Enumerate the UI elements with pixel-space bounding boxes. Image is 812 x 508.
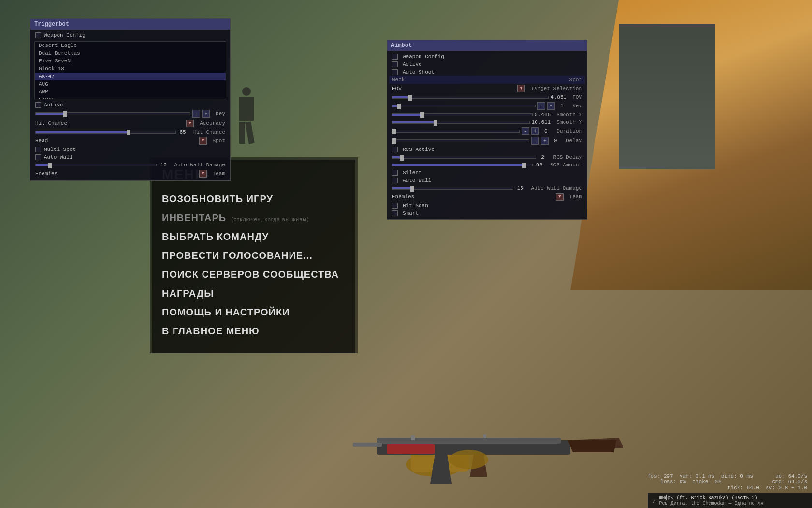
duration-thumb[interactable] <box>392 129 396 134</box>
spot-label: Spot <box>213 138 225 144</box>
menu-item-vote[interactable]: ПРОВЕСТИ ГОЛОСОВАНИЕ... <box>162 246 346 265</box>
duration-plus[interactable]: + <box>531 127 539 135</box>
auto-wall-slider-track[interactable] <box>35 164 157 166</box>
rcs-active-row: RCS Active <box>389 146 585 153</box>
aimbot-active-row: Active <box>389 60 585 68</box>
rcs-amount-slider[interactable] <box>392 164 533 166</box>
aimbot-auto-wall-checkbox[interactable] <box>392 178 398 183</box>
aimbot-weapon-config-label: Weapon Config <box>403 54 444 60</box>
fov-target-row: FOV ▼ Target Selection <box>389 84 585 93</box>
aimbot-aw-fill <box>392 187 410 189</box>
rcs-amount-fill <box>392 164 522 166</box>
weapon-desert-eagle[interactable]: Desert Eagle <box>35 42 226 49</box>
auto-wall-checkbox[interactable] <box>35 154 41 160</box>
duration-slider[interactable] <box>392 130 520 133</box>
hit-chance-slider-thumb[interactable] <box>127 130 130 135</box>
rcs-amount-row: 93 RCS Amount <box>389 161 585 169</box>
silent-checkbox[interactable] <box>392 170 398 176</box>
svg-marker-5 <box>568 440 616 452</box>
weapon-config-checkbox[interactable] <box>35 32 41 38</box>
aimbot-enemies-row: Enemies ▼ Team <box>389 192 585 202</box>
aimbot-key-val: 1 <box>557 103 566 109</box>
auto-wall-label: Auto Wall <box>44 154 72 160</box>
rcs-delay-row: 2 RCS Delay <box>389 153 585 161</box>
weapon-aug[interactable]: AUG <box>35 80 226 88</box>
key-plus-btn[interactable]: + <box>202 110 210 118</box>
smart-checkbox[interactable] <box>392 210 398 216</box>
key-slider-track[interactable] <box>35 112 190 115</box>
weapon-list: Desert Eagle Dual Berettas Five-SeveN Gl… <box>34 41 226 99</box>
active-checkbox[interactable] <box>35 102 41 108</box>
key-value-row: - + 1 Key <box>389 101 585 111</box>
menu-item-team[interactable]: ВЫБРАТЬ КОМАНДУ <box>162 227 346 246</box>
key-minus-btn[interactable]: - <box>192 110 200 118</box>
multi-spot-checkbox[interactable] <box>35 147 41 152</box>
neck-label: Neck <box>392 77 405 83</box>
accuracy-label: Accuracy <box>200 120 225 126</box>
key-label: Key <box>216 111 225 117</box>
auto-wall-slider-thumb[interactable] <box>48 163 52 168</box>
key-value-slider[interactable] <box>392 105 536 107</box>
smooth-y-thumb[interactable] <box>434 120 437 126</box>
aimbot-key-minus[interactable]: - <box>537 102 545 110</box>
aimbot-auto-wall-damage-row: 15 Auto Wall Damage <box>389 184 585 192</box>
menu-item-resume[interactable]: ВОЗОБНОВИТЬ ИГРУ <box>162 190 346 209</box>
hud-fps: fps: 297 <box>648 473 673 479</box>
weapon-config-row: Weapon Config <box>32 31 228 39</box>
rcs-amount-label: RCS Amount <box>550 162 582 168</box>
rcs-delay-thumb[interactable] <box>400 155 404 161</box>
menu-item-rewards[interactable]: НАГРАДЫ <box>162 284 346 303</box>
smooth-x-slider[interactable] <box>392 113 533 116</box>
enemies-team-row: Enemies ▼ Team <box>32 169 228 179</box>
aimbot-enemies-dropdown[interactable]: ▼ <box>556 193 564 201</box>
smooth-y-slider[interactable] <box>392 121 530 124</box>
hud-ping: ping: 0 ms <box>721 473 753 479</box>
menu-item-mainmenu[interactable]: В ГЛАВНОЕ МЕНЮ <box>162 322 346 341</box>
weapon-awp[interactable]: AWP <box>35 88 226 96</box>
aimbot-weapon-config-checkbox[interactable] <box>392 54 398 60</box>
head-dropdown-btn[interactable]: ▼ <box>199 137 207 145</box>
fov-dropdown-btn[interactable]: ▼ <box>517 85 525 92</box>
menu-item-community[interactable]: ПОИСК СЕРВЕРОВ СООБЩЕСТВА <box>162 265 346 284</box>
hud-sv: sv: 0.8 + 1.0 <box>766 485 807 491</box>
weapon-dual-berettas[interactable]: Dual Berettas <box>35 49 226 57</box>
weapon-glock18[interactable]: Glock-18 <box>35 65 226 73</box>
delay-minus[interactable]: - <box>531 137 539 145</box>
rcs-delay-fill <box>392 156 400 158</box>
multi-spot-label: Multi Spot <box>44 147 76 152</box>
aimbot-weapon-config-row: Weapon Config <box>389 53 585 60</box>
delay-slider[interactable] <box>392 139 529 142</box>
hit-chance-slider-track[interactable] <box>35 131 176 134</box>
aimbot-auto-wall-label: Auto Wall <box>403 178 431 183</box>
aimbot-aw-thumb[interactable] <box>410 186 414 192</box>
aimbot-aw-slider[interactable] <box>392 187 513 190</box>
enemies-label: Enemies <box>35 171 197 177</box>
menu-item-inventory[interactable]: ИНВЕНТАРЬ (отключен, когда вы живы) <box>162 209 346 227</box>
aimbot-auto-shoot-checkbox[interactable] <box>392 69 398 75</box>
weapon-five-seven[interactable]: Five-SeveN <box>35 57 226 65</box>
rcs-active-checkbox[interactable] <box>392 147 398 152</box>
hit-scan-checkbox[interactable] <box>392 203 398 209</box>
enemies-dropdown-btn[interactable]: ▼ <box>199 170 207 178</box>
hit-chance-dropdown-btn[interactable]: ▼ <box>186 120 194 127</box>
fov-label: FOV <box>392 86 515 91</box>
delay-thumb[interactable] <box>392 138 396 144</box>
weapon-famas[interactable]: FAMAS <box>35 96 226 99</box>
menu-item-help[interactable]: ПОМОЩЬ И НАСТРОЙКИ <box>162 303 346 322</box>
weapon-ak47[interactable]: AK-47 <box>35 73 226 80</box>
rcs-delay-slider[interactable] <box>392 156 536 159</box>
target-selection-label: Target Selection <box>531 86 582 91</box>
fov-slider-track[interactable] <box>392 96 549 99</box>
fov-slider-thumb[interactable] <box>408 95 412 101</box>
rcs-amount-thumb[interactable] <box>522 163 526 168</box>
aimbot-auto-shoot-label: Auto Shoot <box>403 69 435 75</box>
aimbot-active-checkbox[interactable] <box>392 61 398 67</box>
smooth-x-row: 5.466 Smooth X <box>389 111 585 119</box>
key-slider-thumb[interactable] <box>63 111 67 117</box>
duration-minus[interactable]: - <box>522 127 529 135</box>
key-value-thumb[interactable] <box>397 104 401 109</box>
key-value-fill <box>392 105 397 107</box>
smooth-x-thumb[interactable] <box>420 112 424 118</box>
delay-plus[interactable]: + <box>541 137 549 145</box>
aimbot-key-plus[interactable]: + <box>547 102 555 110</box>
